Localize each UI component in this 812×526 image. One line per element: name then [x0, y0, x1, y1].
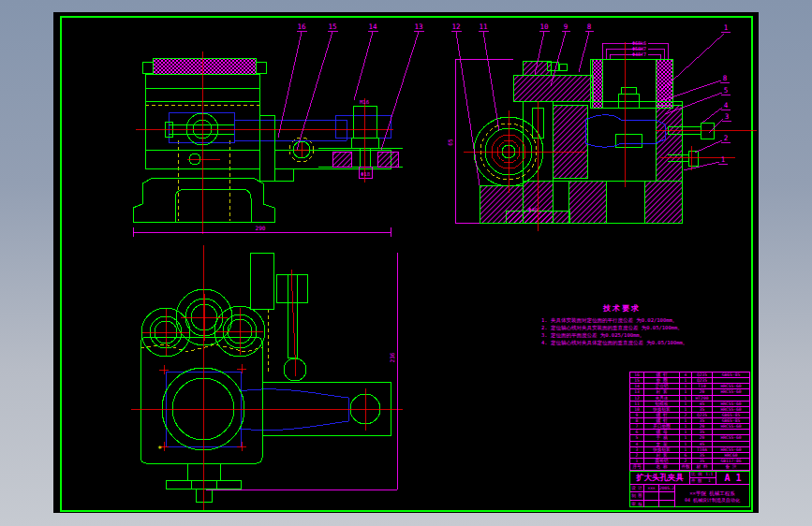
- cad-viewport: 290 M16 Φ18 65: [0, 0, 812, 526]
- header-name: 名 称: [644, 464, 680, 470]
- scale-value: 1:1: [703, 472, 716, 477]
- check-date: [659, 501, 674, 507]
- table-header-row: 序号 名 称 件数 材 料 备 注: [630, 463, 749, 470]
- designer-name: ×××: [644, 485, 659, 491]
- tech-req-item: 4. 定位轴心线对夹具体定位面的垂直度公差 为0.05/100mm。: [541, 339, 743, 346]
- dim-290: 290: [256, 225, 266, 231]
- tech-req-list: 1. 夹具体安装面对定位面的平行度公差 为0.02/100mm。2. 定位轴心线…: [541, 316, 743, 346]
- draft-date: [659, 492, 674, 499]
- tech-req-item: 1. 夹具体安装面对定位面的平行度公差 为0.02/100mm。: [541, 316, 743, 324]
- callout-12: 12: [451, 22, 460, 31]
- callout-15: 15: [328, 22, 336, 31]
- dim-bolt-thread: M16: [360, 99, 369, 105]
- callout-16: 16: [297, 22, 306, 31]
- callout-r8: 8: [723, 74, 728, 82]
- roughness-symbol: *: [157, 445, 162, 454]
- callout-9: 9: [564, 22, 568, 31]
- callout-r5: 5: [724, 86, 729, 95]
- qty-label: 件 数: [690, 478, 703, 484]
- tech-req-item: 2. 定位轴心线对夹具安装面的垂直度公差 为0.05/100mm。: [541, 324, 743, 331]
- tech-req-title: 技术要求: [603, 303, 743, 314]
- parts-table: 16 螺 钉 4 Q235 GB65-85 15 垫 圈 1 Q235 14 定…: [629, 372, 750, 471]
- tech-req-item: 3. 定位面的平面度公差 为0.025/100mm。: [541, 331, 743, 339]
- dim-cyl-3: Φ48f7: [632, 51, 646, 57]
- callout-8-top: 8: [587, 22, 592, 31]
- callout-r1: 1: [721, 155, 726, 164]
- school-name: ××学院 机械工程系: [675, 490, 749, 497]
- title-block: 扩大头孔夹具 比 例 1:1 件 数 1 A 1 设 计 ××× 2005.2 …: [629, 471, 750, 507]
- draft-name: [644, 492, 659, 499]
- drawing-title: 扩大头孔夹具: [630, 472, 690, 484]
- callout-10: 10: [539, 22, 549, 31]
- callout-14: 14: [368, 22, 377, 31]
- qty-value: 1: [703, 478, 716, 484]
- header-note: 备 注: [713, 464, 749, 470]
- class-line: 04 机械设计制造及自动化: [675, 497, 749, 503]
- header-no: 序号: [630, 464, 644, 470]
- parts-rows: 16 螺 钉 4 Q235 GB65-85 15 垫 圈 1 Q235 14 定…: [630, 373, 749, 463]
- header-qty: 件数: [680, 464, 692, 470]
- header-material: 材 料: [692, 464, 713, 470]
- callout-1-topright: 1: [724, 23, 729, 32]
- designer-label: 设 计: [630, 485, 644, 491]
- scale-label: 比 例: [690, 472, 703, 477]
- callout-r3: 3: [725, 112, 730, 121]
- callout-r2: 2: [724, 134, 729, 142]
- sheet-size: A 1: [716, 472, 749, 484]
- dim-236: 236: [389, 352, 395, 362]
- check-name: [644, 501, 659, 507]
- callout-11: 11: [479, 22, 487, 31]
- callout-13: 13: [414, 22, 422, 31]
- draft-label: 制 图: [630, 492, 644, 499]
- callout-r4: 4: [724, 101, 729, 110]
- dim-section-bore: Φ40: [528, 207, 538, 212]
- design-date: 2005.2: [659, 485, 674, 491]
- check-label: 审 核: [630, 501, 644, 507]
- dim-section-height: 65: [447, 139, 453, 146]
- dim-bolt-dia: Φ18: [361, 171, 370, 177]
- technical-requirements: 技术要求 1. 夹具体安装面对定位面的平行度公差 为0.02/100mm。2. …: [541, 303, 743, 346]
